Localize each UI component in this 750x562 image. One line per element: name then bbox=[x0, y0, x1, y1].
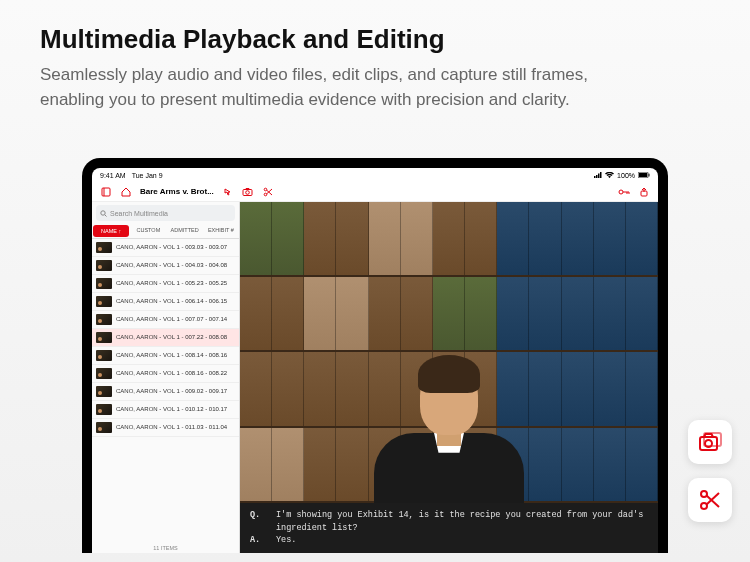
svg-rect-1 bbox=[596, 175, 598, 178]
clip-button[interactable] bbox=[688, 478, 732, 522]
tab-custom[interactable]: CUSTOM bbox=[130, 224, 166, 238]
svg-rect-3 bbox=[600, 172, 602, 178]
library-icon[interactable] bbox=[100, 186, 112, 198]
transcript-line: Q. I'm showing you Exhibit 14, is it the… bbox=[250, 509, 648, 535]
svg-line-14 bbox=[266, 189, 272, 194]
clip-thumbnail bbox=[96, 278, 112, 289]
tablet-device-frame: 9:41 AM Tue Jan 9 100% Bare Arms v. Brot… bbox=[82, 158, 668, 553]
tab-name[interactable]: NAME ↑ bbox=[93, 225, 129, 237]
svg-line-21 bbox=[105, 214, 107, 216]
list-item[interactable]: CANO, AARON - VOL 1 - 003.03 - 003.07 bbox=[92, 239, 239, 257]
clip-thumbnail bbox=[96, 368, 112, 379]
list-item[interactable]: CANO, AARON - VOL 1 - 006.14 - 006.15 bbox=[92, 293, 239, 311]
key-icon[interactable] bbox=[618, 186, 630, 198]
video-subject bbox=[359, 323, 539, 503]
svg-rect-5 bbox=[639, 173, 647, 177]
clip-thumbnail bbox=[96, 296, 112, 307]
status-battery: 100% bbox=[617, 172, 635, 179]
marketing-title: Multimedia Playback and Editing bbox=[40, 24, 710, 55]
svg-point-10 bbox=[246, 190, 250, 194]
tablet-screen: 9:41 AM Tue Jan 9 100% Bare Arms v. Brot… bbox=[92, 168, 658, 553]
search-input[interactable]: Search Multimedia bbox=[96, 205, 235, 221]
signal-icon bbox=[594, 172, 602, 178]
clip-thumbnail bbox=[96, 386, 112, 397]
search-placeholder: Search Multimedia bbox=[110, 210, 168, 217]
list-item[interactable]: CANO, AARON - VOL 1 - 008.16 - 008.22 bbox=[92, 365, 239, 383]
tab-admitted[interactable]: ADMITTED bbox=[167, 224, 203, 238]
svg-rect-0 bbox=[594, 176, 596, 178]
capture-frame-button[interactable] bbox=[688, 420, 732, 464]
tab-exhibit[interactable]: EXHIBIT # bbox=[203, 224, 239, 238]
marketing-description: Seamlessly play audio and video files, e… bbox=[40, 63, 610, 112]
clip-thumbnail bbox=[96, 260, 112, 271]
sidebar: Search Multimedia NAME ↑ CUSTOM ADMITTED… bbox=[92, 202, 240, 553]
transcript-overlay: Q. I'm showing you Exhibit 14, is it the… bbox=[240, 503, 658, 553]
list-item[interactable]: CANO, AARON - VOL 1 - 011.03 - 011.04 bbox=[92, 419, 239, 437]
svg-rect-6 bbox=[649, 174, 650, 177]
list-item[interactable]: CANO, AARON - VOL 1 - 005.23 - 005.25 bbox=[92, 275, 239, 293]
clip-thumbnail bbox=[96, 332, 112, 343]
battery-icon bbox=[638, 172, 650, 178]
list-item[interactable]: CANO, AARON - VOL 1 - 010.12 - 010.17 bbox=[92, 401, 239, 419]
search-icon bbox=[100, 210, 107, 217]
transcript-speaker: A. bbox=[250, 534, 264, 547]
case-title[interactable]: Bare Arms v. Brot... bbox=[140, 187, 214, 196]
filter-tabs: NAME ↑ CUSTOM ADMITTED EXHIBIT # bbox=[92, 224, 239, 239]
clip-thumbnail bbox=[96, 242, 112, 253]
list-item[interactable]: CANO, AARON - VOL 1 - 009.02 - 009.17 bbox=[92, 383, 239, 401]
video-player[interactable]: Q. I'm showing you Exhibit 14, is it the… bbox=[240, 202, 658, 553]
transcript-speaker: Q. bbox=[250, 509, 264, 535]
clip-thumbnail bbox=[96, 404, 112, 415]
svg-rect-7 bbox=[102, 188, 110, 196]
home-icon[interactable] bbox=[120, 186, 132, 198]
list-item[interactable]: CANO, AARON - VOL 1 - 007.07 - 007.14 bbox=[92, 311, 239, 329]
transcript-text: Yes. bbox=[276, 534, 296, 547]
svg-point-15 bbox=[619, 190, 623, 194]
clip-list[interactable]: CANO, AARON - VOL 1 - 003.03 - 003.07 CA… bbox=[92, 239, 239, 543]
clip-thumbnail bbox=[96, 422, 112, 433]
toolbar: Bare Arms v. Brot... bbox=[92, 182, 658, 202]
scissors-icon bbox=[699, 489, 721, 511]
scissors-toolbar-icon[interactable] bbox=[262, 186, 274, 198]
status-date: Tue Jan 9 bbox=[132, 172, 163, 179]
clip-thumbnail bbox=[96, 350, 112, 361]
camera-toolbar-icon[interactable] bbox=[242, 186, 254, 198]
video-frame bbox=[240, 202, 658, 503]
share-icon[interactable] bbox=[638, 186, 650, 198]
list-item[interactable]: CANO, AARON - VOL 1 - 007.22 - 008.08 bbox=[92, 329, 239, 347]
list-item[interactable]: CANO, AARON - VOL 1 - 004.03 - 004.08 bbox=[92, 257, 239, 275]
transcript-text: I'm showing you Exhibit 14, is it the re… bbox=[276, 509, 648, 535]
transcript-line: A. Yes. bbox=[250, 534, 648, 547]
svg-rect-2 bbox=[598, 174, 600, 179]
svg-rect-22 bbox=[700, 437, 717, 450]
camera-icon bbox=[698, 431, 722, 453]
wifi-icon bbox=[605, 172, 614, 178]
status-time: 9:41 AM bbox=[100, 172, 126, 179]
select-icon[interactable] bbox=[222, 186, 234, 198]
svg-line-28 bbox=[707, 493, 720, 505]
clip-thumbnail bbox=[96, 314, 112, 325]
svg-line-27 bbox=[707, 496, 720, 508]
list-item[interactable]: CANO, AARON - VOL 1 - 008.14 - 008.16 bbox=[92, 347, 239, 365]
list-footer: 11 ITEMS bbox=[92, 543, 239, 553]
svg-line-13 bbox=[266, 190, 272, 195]
svg-point-20 bbox=[101, 210, 105, 214]
status-bar: 9:41 AM Tue Jan 9 100% bbox=[92, 168, 658, 182]
